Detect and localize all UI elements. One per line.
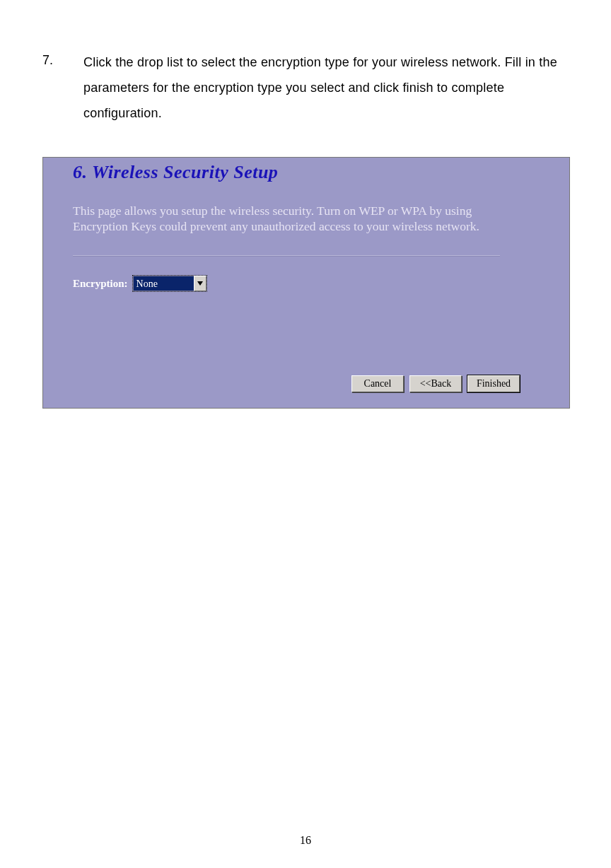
finished-button[interactable]: Finished — [467, 375, 520, 392]
chevron-down-icon[interactable] — [194, 276, 206, 291]
instruction-text: Click the drop list to select the encryp… — [83, 49, 570, 126]
instruction-number: 7. — [42, 49, 53, 71]
page-number: 16 — [0, 834, 611, 847]
panel-title: 6. Wireless Security Setup — [73, 162, 278, 183]
svg-marker-0 — [197, 281, 203, 286]
wireless-security-panel: 6. Wireless Security Setup This page all… — [42, 157, 570, 409]
instruction-block: 7. Click the drop list to select the enc… — [42, 49, 570, 126]
button-row: Cancel <<Back Finished — [351, 375, 520, 392]
cancel-button[interactable]: Cancel — [351, 375, 404, 392]
encryption-value: None — [133, 276, 194, 291]
panel-divider — [73, 255, 500, 257]
encryption-label: Encryption: — [73, 278, 128, 290]
encryption-dropdown[interactable]: None — [132, 275, 207, 292]
encryption-row: Encryption: None — [73, 275, 207, 292]
back-button[interactable]: <<Back — [409, 375, 462, 392]
page-root: 7. Click the drop list to select the enc… — [0, 0, 611, 868]
panel-description: This page allows you setup the wireless … — [73, 203, 504, 234]
